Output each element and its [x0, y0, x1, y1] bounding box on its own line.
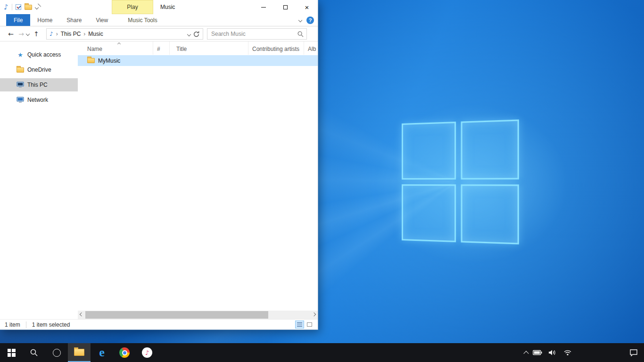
view-toggle-buttons [295, 321, 314, 329]
column-header-name[interactable]: Name [78, 41, 153, 55]
icons-view-icon [307, 322, 312, 327]
details-view-button[interactable] [295, 321, 304, 329]
horizontal-scrollbar[interactable] [78, 311, 318, 319]
windows-logo-pane [461, 119, 519, 179]
customize-qat-chevron-icon[interactable] [34, 6, 38, 9]
chrome-icon [119, 347, 130, 358]
column-headers: Name # Title Contributing artists Alb [78, 41, 318, 55]
breadcrumb-chevron: › [55, 31, 59, 37]
start-button[interactable] [0, 343, 23, 362]
sidebar-item-quick-access[interactable]: ★ Quick access [0, 48, 78, 61]
quick-access-star-icon: ★ [16, 51, 25, 58]
app-music-icon: ♪ [4, 3, 8, 11]
windows-logo-pane [461, 184, 519, 244]
file-row-mymusic[interactable]: MyMusic [78, 55, 318, 66]
column-header-contributing-artists[interactable]: Contributing artists [248, 41, 304, 55]
breadcrumb-this-pc[interactable]: This PC [59, 31, 83, 37]
breadcrumb-chevron: › [83, 31, 86, 37]
tab-music-tools[interactable]: Music Tools [121, 14, 164, 26]
column-label: # [157, 46, 160, 52]
windows-start-icon [8, 349, 16, 357]
file-name: MyMusic [98, 58, 120, 64]
file-list-area: Name # Title Contributing artists Alb My… [78, 41, 318, 319]
taskbar-search-button[interactable] [23, 343, 45, 362]
tab-file[interactable]: File [6, 14, 30, 26]
battery-icon[interactable] [532, 347, 543, 358]
taskbar-chrome-button[interactable] [113, 343, 136, 362]
windows-logo-pane [402, 184, 456, 242]
column-header-title[interactable]: Title [170, 41, 248, 55]
recent-locations-chevron-icon[interactable] [26, 32, 30, 35]
tab-share[interactable]: Share [59, 14, 89, 26]
edge-icon: e [99, 346, 105, 359]
sort-ascending-icon [117, 42, 121, 46]
show-hidden-icons-chevron[interactable] [523, 351, 528, 356]
action-center-icon[interactable] [628, 347, 639, 358]
minimize-button[interactable] [253, 0, 274, 14]
contextual-tab-play-label: Play [127, 4, 138, 10]
column-label: Name [87, 46, 102, 52]
back-button[interactable]: ← [6, 30, 16, 38]
address-music-icon: ♪ [50, 31, 53, 37]
collapse-ribbon-chevron-icon[interactable] [298, 18, 302, 22]
sidebar-item-this-pc[interactable]: This PC [0, 78, 78, 91]
maximize-icon [283, 5, 288, 9]
address-bar[interactable]: ♪ › This PC › Music [46, 28, 203, 40]
search-box [207, 28, 307, 40]
this-pc-icon [16, 82, 25, 88]
window-controls: × [253, 0, 318, 14]
address-dropdown-chevron-icon[interactable] [187, 32, 191, 36]
minimize-icon [261, 7, 266, 8]
cortana-button[interactable] [45, 343, 68, 362]
status-bar: 1 item 1 item selected [0, 319, 318, 329]
sidebar-item-onedrive[interactable]: OneDrive [0, 63, 78, 76]
taskbar-edge-button[interactable]: e [91, 343, 113, 362]
navigation-pane: ★ Quick access OneDrive This PC Network [0, 41, 78, 319]
taskbar-file-explorer-button[interactable] [68, 343, 91, 362]
new-folder-icon[interactable] [25, 5, 32, 10]
scroll-right-icon[interactable] [312, 313, 316, 316]
network-wifi-icon[interactable] [562, 347, 573, 358]
folder-icon [87, 58, 95, 63]
qat-separator [12, 4, 12, 10]
up-button[interactable]: ↑ [31, 30, 41, 38]
search-icon[interactable] [297, 31, 304, 39]
maximize-button[interactable] [274, 0, 296, 14]
tab-home[interactable]: Home [30, 14, 59, 26]
selection-count: 1 item selected [26, 321, 70, 328]
column-header-album[interactable]: Alb [304, 41, 318, 55]
close-button[interactable]: × [296, 0, 318, 14]
details-view-icon [297, 322, 302, 327]
column-label: Title [176, 46, 187, 52]
sidebar-item-network[interactable]: Network [0, 93, 78, 107]
navigation-bar: ← → ↑ ♪ › This PC › Music [0, 26, 318, 41]
search-input[interactable] [207, 29, 306, 39]
sidebar-item-label: OneDrive [27, 66, 51, 73]
taskbar: e ♪ [0, 343, 644, 362]
forward-button[interactable]: → [16, 30, 26, 38]
windows-logo-pane [402, 122, 456, 180]
taskbar-itunes-button[interactable]: ♪ [136, 343, 158, 362]
contextual-tab-play[interactable]: Play [112, 0, 153, 14]
window-title: Music [160, 0, 175, 14]
properties-icon[interactable] [16, 4, 21, 10]
scroll-left-icon[interactable] [80, 313, 83, 316]
scrollbar-thumb[interactable] [85, 311, 268, 319]
help-icon[interactable]: ? [306, 16, 314, 24]
tab-view[interactable]: View [89, 14, 115, 26]
close-icon: × [305, 4, 309, 11]
column-header-number[interactable]: # [153, 41, 170, 55]
file-explorer-window: ♪ Play Music × File Home Share View Musi… [0, 0, 318, 330]
search-icon [30, 348, 38, 357]
sidebar-item-label: Quick access [27, 51, 61, 58]
breadcrumb-music[interactable]: Music [86, 31, 105, 37]
refresh-icon[interactable] [193, 31, 200, 39]
volume-icon[interactable] [547, 347, 558, 358]
ribbon-tab-row: File Home Share View Music Tools [0, 14, 318, 26]
network-icon [16, 97, 25, 103]
column-label: Contributing artists [252, 46, 299, 52]
icons-view-button[interactable] [305, 321, 314, 329]
windows-logo [402, 119, 519, 244]
quick-access-toolbar: ♪ [4, 0, 38, 14]
title-bar[interactable]: ♪ Play Music × [0, 0, 318, 14]
